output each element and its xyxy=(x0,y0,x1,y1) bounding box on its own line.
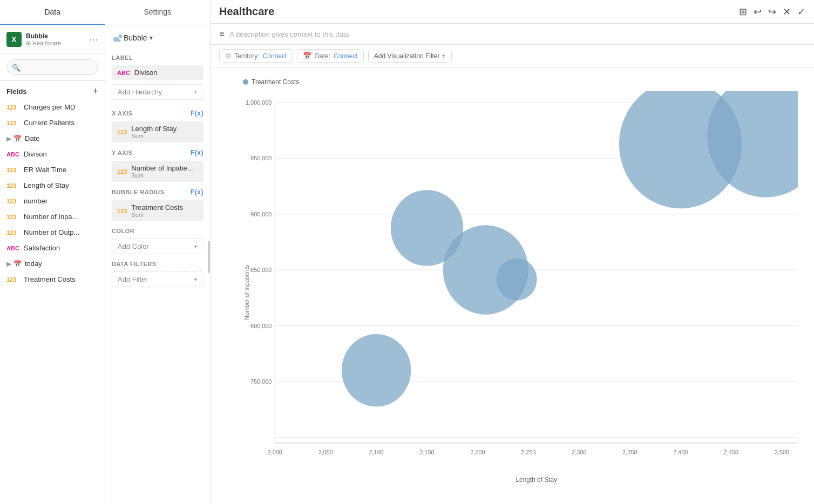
description-text: A description gives context to this data xyxy=(229,30,349,38)
svg-text:950,000: 950,000 xyxy=(250,155,272,161)
list-item[interactable]: ABC Divison xyxy=(0,146,105,162)
chevron-icon: ▶ xyxy=(6,260,11,268)
description-bar: ≡ A description gives context to this da… xyxy=(211,24,814,45)
field-name: Date xyxy=(25,134,98,142)
plus-icon: + xyxy=(442,52,446,60)
more-options-icon[interactable]: ⋯ xyxy=(89,33,98,45)
svg-point-0 xyxy=(113,37,119,42)
field-type-icon: 123 xyxy=(6,167,19,173)
label-field-chip[interactable]: ABC Divison xyxy=(112,65,204,80)
fields-header: Fields + xyxy=(0,81,105,99)
check-icon[interactable]: ✓ xyxy=(797,6,805,18)
scroll-handle xyxy=(208,241,210,273)
top-icons: ⊞ ↩ ↪ ✕ ✓ xyxy=(739,6,805,18)
add-filter-button[interactable]: Add Filter + xyxy=(112,271,204,287)
svg-text:2,200: 2,200 xyxy=(470,448,485,455)
add-hierarchy-button[interactable]: Add Hierarchy + xyxy=(112,84,204,100)
chip-label: Treatment Costs xyxy=(131,203,183,212)
chip-label: Length of Stay xyxy=(131,125,177,133)
bubble-radius-field-chip[interactable]: 123 Treatment Costs Sum xyxy=(112,200,204,221)
visualization-title: Healthcare xyxy=(219,5,735,18)
list-item[interactable]: 123 Current Paitents xyxy=(0,115,105,131)
close-icon[interactable]: ✕ xyxy=(783,6,791,18)
chip-sub: Sum xyxy=(131,133,177,139)
file-table: ⊞ Healthcare xyxy=(26,40,61,47)
list-item[interactable]: 123 number xyxy=(0,193,105,209)
svg-text:750,000: 750,000 xyxy=(250,378,272,385)
tab-data[interactable]: Data xyxy=(0,0,105,25)
filter-label: Date: xyxy=(315,52,330,60)
list-item[interactable]: 123 Charges per MD xyxy=(0,99,105,115)
svg-text:900,000: 900,000 xyxy=(250,211,272,217)
x-axis-section-header: X AXIS F(x) xyxy=(112,110,204,117)
left-inner: X Bubble ⊞ Healthcare ⋯ 🔍 xyxy=(0,25,210,504)
tab-settings[interactable]: Settings xyxy=(105,0,211,25)
chart-type-selector[interactable]: Bubble ▾ xyxy=(112,32,204,44)
color-section-header: COLOR xyxy=(112,228,204,234)
left-panel: Data Settings X Bubble ⊞ Healthcare ⋯ xyxy=(0,0,211,504)
filter-bar: ⊞ Territory: Connect 📅 Date: Connect Add… xyxy=(211,45,814,67)
label-section-header: LABEL xyxy=(112,55,204,61)
list-item[interactable]: 123 ER Wait Time xyxy=(0,162,105,178)
date-filter[interactable]: 📅 Date: Connect xyxy=(297,49,363,63)
add-filter-label: Add Visualization Filter xyxy=(374,52,440,60)
chip-type-icon: 123 xyxy=(117,168,127,175)
y-axis-fx-button[interactable]: F(x) xyxy=(191,149,204,156)
svg-text:2,500: 2,500 xyxy=(775,448,789,455)
grid-icon[interactable]: ⊞ xyxy=(739,6,747,18)
svg-text:Length of Stay: Length of Stay xyxy=(516,476,558,483)
y-axis-section-header: Y AXIS F(x) xyxy=(112,149,204,156)
svg-text:2,400: 2,400 xyxy=(673,448,688,455)
search-icon: 🔍 xyxy=(12,63,21,71)
undo-icon[interactable]: ↩ xyxy=(754,6,762,18)
field-name: Number of Outp... xyxy=(24,228,98,236)
calendar-icon: 📅 xyxy=(13,260,22,268)
tabs: Data Settings xyxy=(0,0,210,25)
territory-icon: ⊞ xyxy=(225,52,231,60)
add-field-button[interactable]: + xyxy=(92,86,98,96)
list-item[interactable]: 123 Treatment Costs xyxy=(0,271,105,287)
chart-svg: 1,000,000 950,000 900,000 850,000 800,00… xyxy=(243,91,803,493)
field-name: Charges per MD xyxy=(24,103,98,111)
plus-icon: + xyxy=(193,88,198,96)
list-item[interactable]: 123 Number of Outp... xyxy=(0,224,105,240)
svg-point-1 xyxy=(119,35,123,38)
territory-filter[interactable]: ⊞ Territory: Connect xyxy=(219,49,293,63)
fields-column: X Bubble ⊞ Healthcare ⋯ 🔍 xyxy=(0,25,105,504)
legend-label: Treatment Costs xyxy=(252,78,299,86)
redo-icon[interactable]: ↪ xyxy=(768,6,776,18)
bubble-radius-fx-button[interactable]: F(x) xyxy=(191,188,204,196)
list-item[interactable]: ▶ 📅 today xyxy=(0,256,105,271)
chart-type-label: Bubble xyxy=(124,33,147,42)
field-type-icon: ABC xyxy=(6,151,19,158)
field-name: Length of Stay xyxy=(24,181,98,189)
chip-sub: Sum xyxy=(131,212,183,218)
fields-label: Fields xyxy=(6,87,27,96)
list-item[interactable]: 123 Number of Inpa... xyxy=(0,209,105,224)
svg-text:2,150: 2,150 xyxy=(419,448,434,455)
svg-text:2,100: 2,100 xyxy=(369,448,384,455)
list-item[interactable]: ▶ 📅 Date xyxy=(0,131,105,146)
field-name: Number of Inpa... xyxy=(24,213,98,221)
svg-text:2,350: 2,350 xyxy=(622,448,637,455)
bubble xyxy=(342,334,411,407)
data-filters-section-header: DATA FILTERS xyxy=(112,261,204,267)
field-type-icon: 123 xyxy=(6,182,19,189)
plus-icon: + xyxy=(193,275,198,283)
list-item[interactable]: 123 Length of Stay xyxy=(0,178,105,193)
x-axis-field-chip[interactable]: 123 Length of Stay Sum xyxy=(112,121,204,142)
list-item[interactable]: ABC Satisfaction xyxy=(0,240,105,256)
add-viz-filter-button[interactable]: Add Visualization Filter + xyxy=(368,50,452,63)
svg-text:2,000: 2,000 xyxy=(268,448,282,455)
top-bar: Healthcare ⊞ ↩ ↪ ✕ ✓ xyxy=(211,0,814,24)
y-axis-field-chip[interactable]: 123 Number of Inpatie... Sum xyxy=(112,161,204,182)
chip-type-icon: 123 xyxy=(117,208,127,214)
add-color-button[interactable]: Add Color + xyxy=(112,239,204,254)
field-name: ER Wait Time xyxy=(24,166,98,174)
legend-dot xyxy=(243,79,248,85)
fields-list: 123 Charges per MD 123 Current Paitents … xyxy=(0,99,105,504)
svg-text:1,000,000: 1,000,000 xyxy=(246,99,272,106)
filter-value: Connect xyxy=(334,52,358,60)
field-type-icon: 123 xyxy=(6,104,19,111)
x-axis-fx-button[interactable]: F(x) xyxy=(191,110,204,117)
